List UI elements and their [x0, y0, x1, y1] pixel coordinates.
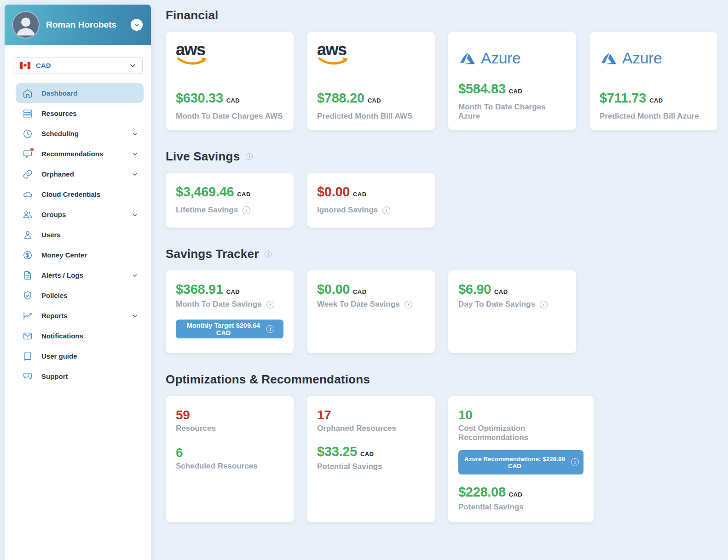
- home-icon: [23, 88, 33, 98]
- sidebar-item-resources[interactable]: Resources: [16, 103, 144, 123]
- chevron-down-icon[interactable]: [132, 211, 138, 218]
- chevron-down-icon[interactable]: [132, 151, 138, 157]
- sidebar-item-dashboard[interactable]: Dashboard: [16, 83, 144, 103]
- currency-chevron-down-icon: [129, 62, 136, 69]
- sidebar-item-alerts-logs[interactable]: Alerts / Logs: [16, 265, 144, 285]
- sidebar-item-users[interactable]: Users: [16, 225, 144, 245]
- aws-logo: aws: [176, 43, 209, 69]
- currency-suffix: CAD: [237, 191, 250, 198]
- sidebar-item-policies[interactable]: Policies: [16, 286, 144, 305]
- sidebar-item-groups[interactable]: Groups: [16, 205, 144, 224]
- currency-suffix: CAD: [509, 88, 522, 95]
- notification-badge: [30, 148, 34, 152]
- user-name: Roman Horobets: [46, 19, 116, 30]
- chart-line-icon: [23, 311, 33, 321]
- currency-suffix: CAD: [353, 288, 366, 295]
- card-label: Day To Date Savings: [458, 300, 535, 309]
- amount-value: $3,469.46: [176, 184, 234, 200]
- sidebar-item-user-guide[interactable]: User guide: [16, 346, 144, 366]
- amount-value: $788.20: [317, 91, 364, 106]
- dashboard-main: Financial aws $630.33 CAD Month To Date …: [166, 0, 718, 522]
- card-resources-summary: 59 Resources 6 Scheduled Resources: [166, 396, 294, 522]
- currency-selector[interactable]: CAD: [13, 57, 143, 74]
- card-cost-optimization: 10 Cost Optimization Recommendations Azu…: [448, 396, 594, 522]
- sidebar-item-money-center[interactable]: Money Center: [16, 245, 144, 265]
- currency-suffix: CAD: [360, 451, 374, 457]
- currency-value: CAD: [36, 62, 51, 69]
- section-live-savings: Live Savings i $3,469.46 CAD Lifetime Sa…: [166, 149, 718, 228]
- info-icon[interactable]: i: [382, 206, 390, 214]
- info-icon[interactable]: i: [266, 325, 274, 333]
- sidebar: Roman Horobets CAD Dashboard Resources S…: [5, 5, 151, 560]
- card-predicted-bill-aws: aws $788.20 CAD Predicted Month Bill AWS: [307, 32, 435, 130]
- amount-value: $0.00: [317, 184, 350, 200]
- stat-value: 59: [176, 408, 283, 423]
- card-mtd-charges-aws: aws $630.33 CAD Month To Date Charges AW…: [166, 32, 294, 130]
- card-ignored-savings: $0.00 CAD Ignored Savingsi: [307, 173, 435, 228]
- stat-value: 17: [317, 408, 425, 423]
- stat-label: Orphaned Resources: [317, 424, 425, 433]
- stat-value: 10: [458, 408, 584, 423]
- card-label: Predicted Month Bill Azure: [600, 112, 707, 121]
- sidebar-item-support[interactable]: Support: [16, 366, 144, 386]
- info-icon[interactable]: i: [404, 301, 412, 309]
- azure-logo: Azure: [458, 49, 566, 67]
- shield-check-icon: [23, 291, 33, 301]
- currency-suffix: CAD: [368, 97, 381, 104]
- currency-suffix: CAD: [494, 288, 508, 295]
- currency-suffix: CAD: [226, 288, 240, 295]
- currency-suffix: CAD: [649, 97, 663, 104]
- card-label: Week To Date Savings: [317, 300, 400, 309]
- section-savings-tracker: Savings Tracker i $368.91 CAD Month To D…: [166, 247, 718, 353]
- cloud-icon: [23, 189, 33, 200]
- amount-value: $368.91: [176, 282, 223, 297]
- amount-value: $6.90: [458, 282, 491, 297]
- sidebar-item-reports[interactable]: Reports: [16, 306, 144, 326]
- envelope-icon: [23, 331, 33, 341]
- avatar: [12, 11, 40, 39]
- stat-label: Scheduled Resources: [176, 462, 283, 471]
- sidebar-item-orphaned[interactable]: Orphaned: [16, 164, 144, 184]
- chevron-down-icon[interactable]: [132, 131, 138, 137]
- chevron-down-icon[interactable]: [132, 171, 138, 177]
- financial-title: Financial: [166, 8, 219, 23]
- stat-label: Cost Optimization Recommendations: [458, 424, 584, 442]
- azure-logo: Azure: [600, 49, 707, 67]
- sidebar-item-scheduling[interactable]: Scheduling: [16, 124, 144, 143]
- card-label: Month To Date Savings: [176, 300, 262, 309]
- people-icon: [23, 210, 33, 220]
- card-lifetime-savings: $3,469.46 CAD Lifetime Savingsi: [166, 173, 294, 228]
- info-icon[interactable]: i: [243, 206, 250, 214]
- section-optimizations: Optimizations & Recommendations 59 Resou…: [166, 372, 718, 522]
- clock-icon: [23, 129, 33, 139]
- info-icon[interactable]: i: [540, 301, 548, 309]
- info-icon[interactable]: i: [246, 153, 253, 160]
- aws-logo: aws: [317, 43, 350, 69]
- amount-value: $0.00: [317, 282, 350, 297]
- sidebar-menu: Dashboard Resources Scheduling Recommend…: [5, 83, 151, 386]
- support-chat-icon: [23, 371, 33, 382]
- user-profile-header[interactable]: Roman Horobets: [5, 5, 151, 45]
- person-icon: [23, 230, 33, 240]
- amount-value: $584.83: [458, 81, 506, 97]
- azure-recommendations-button[interactable]: Azure Recommendations: $228.08 CAD i: [458, 450, 584, 474]
- currency-suffix: CAD: [509, 491, 522, 498]
- chevron-down-icon[interactable]: [132, 272, 138, 279]
- card-label: Lifetime Savings: [176, 206, 238, 215]
- card-dtd-savings: $6.90 CAD Day To Date Savingsi: [448, 270, 576, 353]
- sidebar-item-notifications[interactable]: Notifications: [16, 326, 144, 346]
- chevron-down-icon[interactable]: [132, 313, 138, 319]
- info-icon[interactable]: i: [571, 458, 579, 466]
- monthly-target-button[interactable]: Monthly Target $209.64 CAD i: [176, 320, 283, 338]
- card-orphaned-summary: 17 Orphaned Resources $33.25 CAD Potenti…: [307, 396, 435, 522]
- sidebar-item-recommendations[interactable]: Recommendations: [16, 144, 144, 164]
- live-savings-title: Live Savings: [166, 149, 240, 164]
- sidebar-item-cloud-credentials[interactable]: Cloud Credentials: [16, 184, 144, 204]
- info-icon[interactable]: i: [266, 301, 274, 309]
- info-icon[interactable]: i: [265, 251, 272, 257]
- card-label: Predicted Month Bill AWS: [317, 112, 425, 121]
- profile-chevron-down-icon[interactable]: [131, 19, 143, 31]
- dollar-circle-icon: [23, 250, 33, 260]
- card-label: Month To Date Charges AWS: [176, 112, 283, 121]
- card-mtd-charges-azure: Azure $584.83 CAD Month To Date Charges …: [448, 32, 576, 130]
